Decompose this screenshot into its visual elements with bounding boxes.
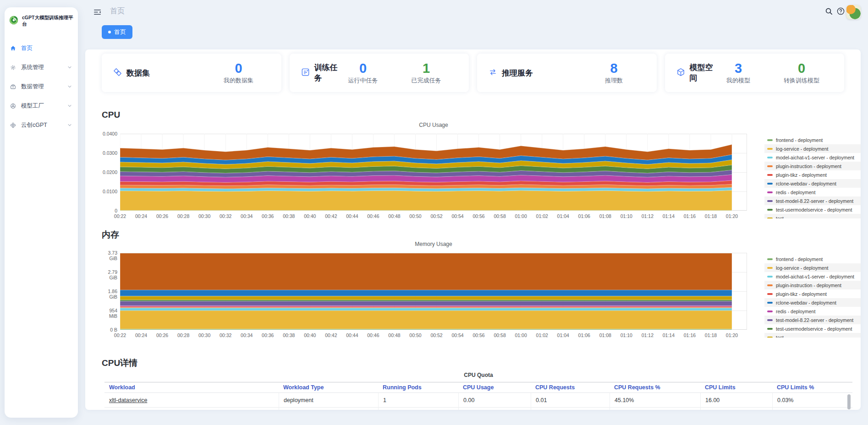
legend-item[interactable]: redis - deployment (764, 307, 861, 316)
legend-item[interactable]: test-… (764, 333, 861, 338)
x-axis-tick: 01:02 (536, 213, 548, 219)
sidebar-item-factory[interactable]: 模型工厂 (5, 96, 78, 115)
stat-card-inference[interactable]: 推理服务8推理数 (477, 54, 657, 92)
column-header[interactable]: CPU Usage (458, 382, 531, 392)
cell-value: 45.10% (615, 397, 634, 403)
x-axis-tick: 00:54 (451, 332, 463, 338)
chevron-down-icon (67, 122, 72, 128)
gear-icon (10, 64, 16, 71)
column-header[interactable]: CPU Limits % (772, 382, 852, 392)
legend-marker (767, 302, 773, 304)
legend-item[interactable]: redis - deployment (764, 188, 861, 196)
stat-metric: 1已完成任务 (406, 61, 447, 85)
stat-card-training[interactable]: 训练任务0运行中任务1已完成任务 (290, 54, 469, 92)
help-icon[interactable] (836, 7, 846, 16)
legend-item[interactable]: plugin-instruction - deployment (764, 281, 861, 289)
legend-item[interactable]: rclone-webdav - deployment (764, 298, 861, 307)
x-axis-tick: 01:14 (663, 213, 675, 219)
stat-card-modelspace[interactable]: 模型空间3我的模型0转换训练模型 (665, 54, 845, 92)
x-axis-tick: 00:24 (135, 213, 147, 219)
x-axis-tick: 00:38 (283, 332, 295, 338)
modelspace-icon (676, 67, 686, 79)
legend-item[interactable]: log-service - deployment (764, 263, 861, 272)
legend-label: test-… (776, 335, 790, 338)
sidebar-menu: 首页系统管理数据管理模型工厂云创cGPT (5, 38, 78, 135)
legend-item[interactable]: log-service - deployment (764, 144, 861, 153)
x-axis-tick: 00:50 (409, 332, 421, 338)
legend-marker (767, 284, 773, 286)
stat-card-dataset[interactable]: 数据集0我的数据集 (102, 54, 281, 92)
sidebar-item-data[interactable]: 数据管理 (5, 77, 78, 96)
table-scrollbar[interactable] (847, 394, 851, 409)
x-axis-tick: 00:36 (262, 213, 274, 219)
table-cell (700, 408, 772, 410)
column-header[interactable]: CPU Requests (531, 382, 610, 392)
table-row-partial (104, 408, 852, 410)
column-header[interactable]: Running Pods (378, 382, 458, 392)
workload-link[interactable]: xltl-dataservice (109, 397, 147, 403)
sidebar-item-gear[interactable]: 系统管理 (5, 58, 78, 77)
stat-sublabel: 我的模型 (718, 76, 759, 85)
legend-item[interactable]: frontend - deployment (764, 136, 861, 144)
cell-value: deployment (284, 397, 313, 403)
legend-item[interactable]: test-… (764, 214, 861, 218)
legend-item[interactable]: plugin-tikz - deployment (764, 289, 861, 298)
sidebar-item-label: 系统管理 (21, 64, 44, 71)
memory-section-title: 内存 (102, 229, 119, 241)
legend-label: plugin-instruction - deployment (776, 283, 841, 288)
legend-marker (767, 328, 773, 330)
series-area (120, 253, 732, 290)
x-axis-tick: 00:46 (367, 213, 379, 219)
y-axis-tick: 0 (102, 208, 117, 213)
legend-marker (767, 319, 773, 321)
cell-value: 0.01 (536, 397, 547, 403)
x-axis-tick: 00:54 (451, 213, 463, 219)
chart-legend: frontend - deploymentlog-service - deplo… (764, 136, 861, 218)
cell-value: 0.03% (777, 397, 793, 403)
column-header[interactable]: CPU Requests % (610, 382, 700, 392)
legend-item[interactable]: test-model-8.22-server - deployment (764, 196, 861, 205)
table-cell: deployment (279, 393, 378, 408)
column-header[interactable]: Workload Type (279, 382, 378, 392)
legend-item[interactable]: plugin-instruction - deployment (764, 162, 861, 170)
legend-item[interactable]: model-aichat-v1-server - deployment (764, 153, 861, 162)
legend-label: model-aichat-v1-server - deployment (776, 274, 854, 279)
stat-metric: 0运行中任务 (342, 61, 384, 85)
user-avatar[interactable] (846, 5, 861, 19)
legend-label: test-usermodelservice - deployment (776, 207, 852, 212)
stat-card-head: 推理服务 (488, 67, 533, 79)
chart-title: Memory Usage (120, 241, 747, 247)
x-axis-tick: 01:20 (726, 213, 738, 219)
x-axis-tick: 00:34 (241, 332, 253, 338)
breadcrumb[interactable]: 首页 (110, 6, 125, 16)
search-icon[interactable] (824, 7, 834, 16)
sidebar-item-label: 云创cGPT (21, 121, 47, 129)
stat-metric: 3我的模型 (718, 61, 759, 85)
legend-item[interactable]: frontend - deployment (764, 255, 861, 263)
legend-item[interactable]: test-model-8.22-server - deployment (764, 316, 861, 324)
app-logo-row: cGPT大模型训练推理平台 (5, 7, 78, 32)
legend-item[interactable]: rclone-webdav - deployment (764, 179, 861, 188)
sidebar-item-home[interactable]: 首页 (5, 38, 78, 58)
y-axis-tick: 1.86 GiB (102, 289, 117, 300)
stat-card-head: 数据集 (113, 67, 150, 79)
legend-item[interactable]: test-usermodelservice - deployment (764, 205, 861, 214)
tab-label: 首页 (114, 28, 126, 36)
table-cell (378, 408, 458, 410)
sidebar-item-cloud[interactable]: 云创cGPT (5, 115, 78, 135)
legend-marker (767, 209, 773, 211)
series-area (120, 300, 732, 301)
stat-value: 8 (593, 61, 635, 75)
menu-fold-icon[interactable] (93, 8, 102, 17)
legend-item[interactable]: plugin-tikz - deployment (764, 170, 861, 179)
tab-home[interactable]: 首页 (102, 25, 132, 39)
column-header[interactable]: Workload (104, 382, 279, 392)
legend-item[interactable]: model-aichat-v1-server - deployment (764, 272, 861, 281)
column-header[interactable]: CPU Limits (700, 382, 772, 392)
app-logo-icon (9, 15, 19, 27)
legend-label: rclone-webdav - deployment (776, 181, 836, 186)
stacked-area-svg (120, 253, 747, 330)
x-axis-tick: 00:50 (409, 213, 421, 219)
legend-item[interactable]: test-usermodelservice - deployment (764, 324, 861, 333)
x-axis-tick: 01:00 (515, 213, 527, 219)
